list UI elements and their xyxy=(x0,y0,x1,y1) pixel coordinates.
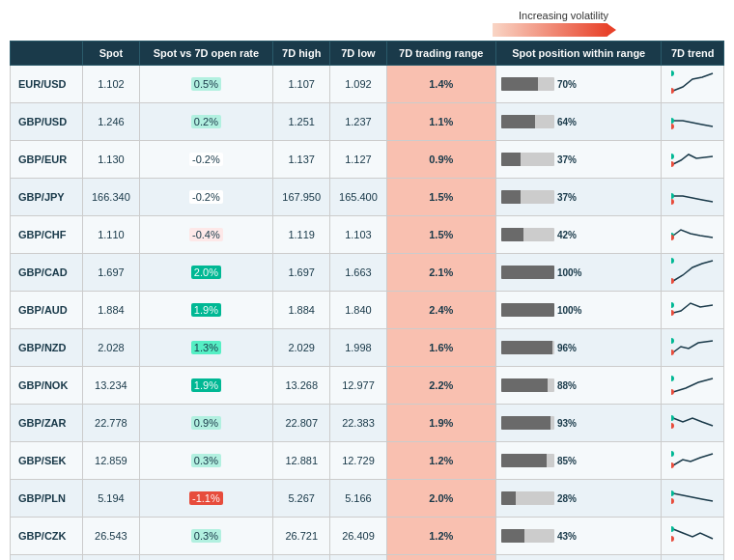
cell-spot-position: 96% xyxy=(495,329,662,367)
cell-high7d: 1.119 xyxy=(273,216,330,254)
spot-bar-container: 85% xyxy=(501,454,657,467)
cell-pair: GBP/JPY xyxy=(11,179,83,216)
cell-trend7d xyxy=(662,216,724,254)
fx-table: Spot Spot vs 7D open rate 7D high 7D low… xyxy=(10,41,724,560)
cell-range7d: 2.0% xyxy=(386,555,495,561)
svg-point-1 xyxy=(671,70,674,76)
cell-range7d: 1.9% xyxy=(386,405,495,442)
cell-low7d: 1.092 xyxy=(330,66,386,103)
spot-bar-pct: 100% xyxy=(557,267,582,278)
spot-bar-container: 93% xyxy=(501,416,657,430)
svg-point-10 xyxy=(671,278,674,284)
spot-bar-container: 96% xyxy=(501,341,657,354)
svg-point-2 xyxy=(671,118,674,124)
cell-high7d: 5.267 xyxy=(273,480,330,518)
spot-bar-container: 100% xyxy=(501,266,657,279)
col-header-spot: Spot xyxy=(83,42,139,66)
svg-point-18 xyxy=(671,415,674,421)
spot-bar-fill xyxy=(501,529,524,543)
spot-bar-bg xyxy=(501,529,554,543)
spot-bar-container: 100% xyxy=(501,303,657,317)
col-header-high7d: 7D high xyxy=(273,42,330,66)
table-row: GBP/TRY24.2000.5%24.26823.8022.0%86% xyxy=(11,555,724,561)
col-header-trend7d: 7D trend xyxy=(662,42,724,66)
spot-bar-container: 37% xyxy=(501,153,657,166)
volatility-header: Increasing volatility xyxy=(10,10,608,37)
cell-trend7d xyxy=(662,179,724,216)
table-row: GBP/SEK12.8590.3%12.88112.7291.2%85% xyxy=(11,442,724,480)
svg-point-16 xyxy=(671,389,674,395)
cell-spot-position: 86% xyxy=(495,555,662,561)
spot-bar-fill xyxy=(501,77,539,91)
cell-pair: GBP/CAD xyxy=(11,254,83,292)
cell-vs7d: 0.5% xyxy=(139,66,273,103)
cell-low7d: 1.663 xyxy=(330,254,386,292)
cell-high7d: 1.107 xyxy=(273,66,330,103)
table-row: GBP/CZK26.5430.3%26.72126.4091.2%43% xyxy=(11,518,724,555)
col-header-spot7d: Spot vs 7D open rate xyxy=(139,42,273,66)
cell-trend7d xyxy=(662,141,724,179)
spot-bar-fill xyxy=(501,190,521,204)
spot-bar-bg xyxy=(501,491,554,505)
cell-low7d: 165.400 xyxy=(330,179,386,216)
spot-bar-bg xyxy=(501,77,554,91)
cell-range7d: 1.2% xyxy=(386,442,495,480)
table-row: GBP/NOK13.2341.9%13.26812.9772.2%88% xyxy=(11,367,724,405)
spot-bar-bg xyxy=(501,416,554,430)
table-body: EUR/USD1.1020.5%1.1071.0921.4%70%GBP/USD… xyxy=(11,66,724,561)
svg-point-23 xyxy=(671,498,674,504)
spot-bar-container: 28% xyxy=(501,491,657,505)
cell-trend7d xyxy=(662,405,724,442)
cell-trend7d xyxy=(662,66,724,103)
spot-bar-pct: 37% xyxy=(557,192,577,203)
cell-low7d: 1.998 xyxy=(330,329,386,367)
cell-spot-position: 37% xyxy=(495,141,662,179)
spot-bar-pct: 37% xyxy=(557,154,577,165)
cell-spot: 2.028 xyxy=(83,329,139,367)
svg-point-21 xyxy=(671,451,674,457)
cell-low7d: 26.409 xyxy=(330,518,386,555)
cell-spot: 24.200 xyxy=(83,555,139,561)
svg-point-25 xyxy=(671,536,674,542)
spot-bar-pct: 43% xyxy=(557,531,577,542)
volatility-label: Increasing volatility xyxy=(519,10,608,21)
cell-range7d: 1.5% xyxy=(386,216,495,254)
cell-trend7d xyxy=(662,367,724,405)
table-row: GBP/ZAR22.7780.9%22.80722.3831.9%93% xyxy=(11,405,724,442)
cell-spot: 1.110 xyxy=(83,216,139,254)
cell-high7d: 24.268 xyxy=(273,555,330,561)
cell-spot: 1.697 xyxy=(83,254,139,292)
cell-high7d: 22.807 xyxy=(273,405,330,442)
svg-point-24 xyxy=(671,526,674,532)
cell-pair: GBP/CHF xyxy=(11,216,83,254)
svg-point-11 xyxy=(671,258,674,264)
cell-range7d: 1.2% xyxy=(386,518,495,555)
spot-bar-pct: 96% xyxy=(557,343,577,353)
table-row: GBP/USD1.2460.2%1.2511.2371.1%64% xyxy=(11,103,724,141)
svg-point-13 xyxy=(671,302,674,308)
cell-pair: GBP/PLN xyxy=(11,480,83,518)
cell-pair: GBP/NZD xyxy=(11,329,83,367)
spot-bar-pct: 64% xyxy=(557,117,577,127)
spot-bar-pct: 42% xyxy=(557,230,577,240)
cell-range7d: 0.9% xyxy=(386,141,495,179)
svg-point-19 xyxy=(671,423,674,429)
cell-spot-position: 28% xyxy=(495,480,662,518)
cell-spot-position: 100% xyxy=(495,254,662,292)
cell-pair: GBP/ZAR xyxy=(11,405,83,442)
svg-point-22 xyxy=(671,490,674,496)
col-header-low7d: 7D low xyxy=(330,42,386,66)
cell-spot: 26.543 xyxy=(83,518,139,555)
table-row: GBP/AUD1.8841.9%1.8841.8402.4%100% xyxy=(11,292,724,329)
svg-point-17 xyxy=(671,376,674,381)
svg-point-4 xyxy=(671,161,674,167)
cell-spot-position: 42% xyxy=(495,216,662,254)
spot-bar-fill xyxy=(501,266,554,279)
table-row: GBP/JPY166.340-0.2%167.950165.4001.5%37% xyxy=(11,179,724,216)
cell-high7d: 1.697 xyxy=(273,254,330,292)
svg-point-5 xyxy=(671,154,674,159)
cell-range7d: 1.1% xyxy=(386,103,495,141)
cell-spot: 166.340 xyxy=(83,179,139,216)
cell-vs7d: 0.2% xyxy=(139,103,273,141)
table-row: GBP/EUR1.130-0.2%1.1371.1270.9%37% xyxy=(11,141,724,179)
